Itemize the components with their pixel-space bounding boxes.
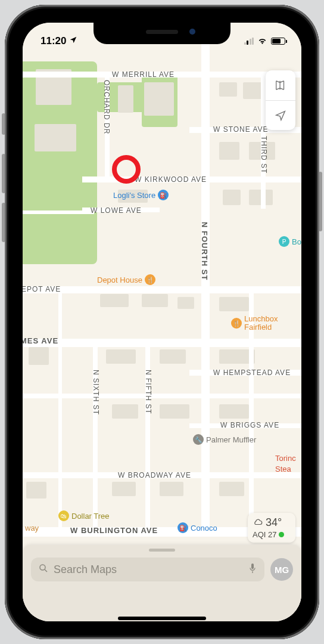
street-briggs: W BRIGGS AVE [220,421,279,429]
sheet-grabber[interactable] [149,549,175,552]
street-ames: MES AVE [23,336,58,345]
phone-frame: 11:20 [0,0,324,644]
location-icon [69,35,77,47]
cellular-signal-icon [244,38,254,45]
search-icon [38,563,49,577]
svg-point-0 [40,565,45,570]
poi-palmer[interactable]: 🔧 Palmer Muffler [193,434,256,445]
search-input[interactable]: Search Maps [31,558,264,581]
map-layers-button[interactable] [266,70,295,100]
notch [94,21,230,44]
street-third: THIRD ST [260,136,268,174]
parking-icon: P [279,236,289,247]
poi-label: Palmer Muffler [206,435,256,444]
street-orchard: ORCHARD DR [102,80,111,134]
shopping-icon: 🛍 [58,510,69,521]
restaurant-icon: 🍴 [231,318,242,329]
status-time: 11:20 [40,35,77,47]
avatar-initials: MG [275,565,289,575]
poi-bo[interactable]: P Bo [279,236,301,247]
aqi-text: AQI 27 [253,530,276,539]
map-controls [266,70,295,130]
home-indicator[interactable] [118,617,206,620]
street-fifth: N FIFTH ST [144,370,152,414]
poi-depot-house[interactable]: Depot House 🍴 [97,274,155,285]
poi-label-1: Torinc [275,454,296,463]
gas-icon: ⛽ [158,190,169,200]
cloud-icon [253,516,263,529]
gas-icon: ⛽ [177,522,188,533]
profile-avatar[interactable]: MG [270,558,293,581]
aqi-dot-icon [279,532,284,537]
restaurant-icon: 🍴 [145,274,155,285]
street-fourth: N FOURTH ST [200,222,209,280]
screen: 11:20 [23,23,301,621]
street-sixth: N SIXTH ST [92,370,100,415]
poi-logli[interactable]: Logli's Store ⛽ [113,190,169,200]
poi-torino[interactable]: Torinc Stea [275,454,296,474]
poi-conoco[interactable]: ⛽ Conoco [177,522,217,533]
weather-temp: 34° [266,516,282,529]
street-stone: W STONE AVE [213,125,269,134]
search-placeholder: Search Maps [54,564,117,576]
poi-dollar-tree[interactable]: 🛍 Dollar Tree [58,510,110,521]
auto-icon: 🔧 [193,434,204,445]
clock-text: 11:20 [40,35,66,47]
poi-label: Dollar Tree [71,512,110,521]
poi-label: way [25,524,39,532]
wifi-icon [257,35,267,47]
poi-lunchbox[interactable]: 🍴 Lunchbox Fairfield [231,315,278,332]
microphone-icon[interactable] [248,562,257,577]
poi-label-2: Fairfield [244,323,278,332]
poi-label: Logli's Store [113,191,155,200]
street-merrill: W MERRILL AVE [112,70,175,79]
weather-badge[interactable]: 34° AQI 27 [248,513,295,543]
poi-label-2: Stea [275,465,291,473]
poi-way[interactable]: way [25,524,39,532]
battery-icon [271,38,287,45]
annotation-circle [112,155,141,184]
street-lowe: W LOWE AVE [91,206,142,215]
poi-label: Conoco [191,524,217,532]
street-depot: EPOT AVE [23,285,61,293]
bezel: 11:20 [5,5,319,639]
poi-label: Bo [292,237,301,246]
locate-me-button[interactable] [266,100,295,130]
street-kirkwood: W KIRKWOOD AVE [135,175,207,184]
svg-rect-1 [251,564,254,569]
street-broadway: W BROADWAY AVE [118,471,191,479]
street-burlington: W BURLINGTON AVE [70,526,158,535]
poi-label: Depot House [97,275,142,284]
poi-label-1: Lunchbox [244,315,278,323]
street-hempstead: W HEMPSTEAD AVE [213,369,291,377]
search-sheet[interactable]: Search Maps MG [23,545,301,621]
